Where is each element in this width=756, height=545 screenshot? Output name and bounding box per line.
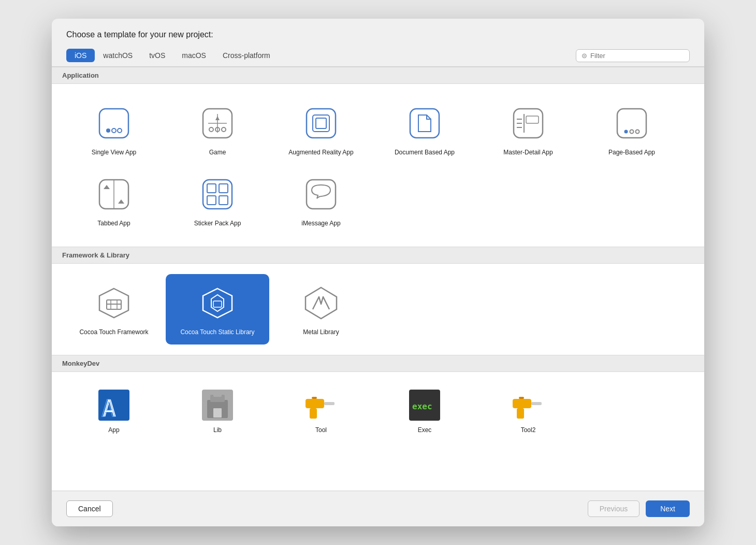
next-button[interactable]: Next — [646, 500, 690, 517]
template-chooser-dialog: Choose a template for your new project: … — [52, 19, 704, 526]
single-view-app-label: Single View App — [92, 148, 137, 157]
template-imessage-app[interactable]: iMessage App — [269, 165, 373, 236]
svg-rect-32 — [207, 196, 216, 205]
svg-text:A: A — [101, 395, 115, 421]
page-based-app-label: Page-Based App — [608, 148, 655, 157]
monkeydev-tool2-label: Tool2 — [521, 426, 536, 435]
monkeydev-tool2-icon — [512, 389, 545, 422]
svg-rect-34 — [307, 180, 336, 209]
svg-marker-40 — [203, 289, 232, 318]
section-application: Application — [52, 67, 704, 84]
monkeydev-lib-icon — [201, 389, 234, 422]
section-monkeydev: MonkeyDev — [52, 355, 704, 372]
svg-rect-51 — [306, 399, 324, 408]
monkeydev-tool1-label: Tool — [315, 426, 327, 435]
footer-right: Previous Next — [588, 500, 690, 517]
filter-icon: ⊜ — [581, 52, 587, 60]
monkeydev-app-label: App — [108, 426, 119, 435]
document-app-icon — [404, 103, 445, 144]
ar-app-label: Augmented Reality App — [288, 148, 353, 157]
tab-bar: iOS watchOS tvOS macOS Cross-platform ⊜ — [52, 45, 704, 67]
svg-point-24 — [636, 130, 639, 134]
tab-tvos[interactable]: tvOS — [141, 49, 173, 62]
template-sticker-pack[interactable]: Sticker Pack App — [166, 165, 269, 236]
tab-ios[interactable]: iOS — [66, 49, 95, 62]
template-metal-library[interactable]: Metal Library — [269, 274, 373, 345]
svg-marker-28 — [118, 199, 124, 204]
svg-marker-35 — [99, 289, 128, 318]
section-framework: Framework & Library — [52, 247, 704, 264]
template-single-view-app[interactable]: Single View App — [62, 94, 166, 165]
svg-point-8 — [209, 127, 213, 132]
svg-rect-20 — [526, 116, 539, 123]
ar-app-icon — [300, 103, 342, 144]
game-icon — [197, 103, 238, 144]
monkeydev-tool1[interactable]: Tool — [269, 380, 373, 443]
monkeydev-tool2[interactable]: Tool2 — [476, 380, 580, 443]
previous-button[interactable]: Previous — [588, 500, 639, 517]
section-application-label: Application — [62, 71, 99, 79]
monkeydev-grid: A A App Lib — [52, 372, 704, 451]
dialog-header: Choose a template for your new project: — [52, 19, 704, 45]
filter-input[interactable] — [590, 52, 684, 60]
imessage-app-label: iMessage App — [301, 219, 340, 228]
metal-library-label: Metal Library — [303, 328, 339, 337]
template-page-based-app[interactable]: Page-Based App — [580, 94, 684, 165]
content-area: Application Single View App — [52, 67, 704, 491]
svg-text:exec: exec — [412, 401, 432, 411]
monkeydev-exec[interactable]: exec Exec — [373, 380, 476, 443]
monkeydev-app-icon: A A — [97, 389, 130, 422]
monkeydev-tool1-icon — [304, 389, 338, 422]
sticker-pack-icon — [197, 174, 238, 215]
filter-box[interactable]: ⊜ — [576, 49, 690, 62]
cocoa-touch-static-library-icon — [197, 282, 238, 324]
svg-point-1 — [106, 128, 110, 133]
section-monkeydev-label: MonkeyDev — [62, 360, 99, 367]
metal-library-icon — [300, 282, 342, 324]
template-cocoa-touch-framework[interactable]: Cocoa Touch Framework — [62, 274, 166, 345]
monkeydev-lib[interactable]: Lib — [166, 380, 269, 443]
svg-rect-53 — [310, 408, 317, 419]
template-tabbed-app[interactable]: Tabbed App — [62, 165, 166, 236]
svg-rect-52 — [324, 402, 335, 405]
tab-watchos[interactable]: watchOS — [95, 49, 141, 62]
single-view-app-icon — [93, 103, 135, 144]
document-app-label: Document Based App — [395, 148, 455, 157]
template-master-detail-app[interactable]: Master-Detail App — [476, 94, 580, 165]
monkeydev-app[interactable]: A A App — [62, 380, 166, 443]
section-framework-label: Framework & Library — [62, 251, 129, 259]
svg-rect-57 — [513, 399, 531, 408]
tabbed-app-label: Tabbed App — [97, 219, 130, 228]
monkeydev-lib-label: Lib — [213, 426, 222, 435]
imessage-app-icon — [300, 174, 342, 215]
template-cocoa-touch-static-library[interactable]: Cocoa Touch Static Library — [166, 274, 269, 345]
cancel-button[interactable]: Cancel — [66, 500, 113, 517]
svg-point-22 — [624, 130, 628, 134]
master-detail-app-label: Master-Detail App — [503, 148, 553, 157]
svg-rect-31 — [219, 184, 228, 193]
svg-rect-11 — [307, 109, 336, 138]
svg-point-10 — [222, 127, 226, 132]
cocoa-touch-framework-icon — [93, 282, 135, 324]
page-based-app-icon — [611, 103, 652, 144]
template-ar-app[interactable]: Augmented Reality App — [269, 94, 373, 165]
framework-grid: Cocoa Touch Framework Cocoa Touch Static… — [52, 264, 704, 355]
tab-crossplatform[interactable]: Cross-platform — [214, 49, 279, 62]
svg-marker-27 — [104, 185, 110, 189]
svg-rect-14 — [410, 109, 439, 138]
svg-point-23 — [630, 130, 634, 134]
application-grid: Single View App Game — [52, 84, 704, 247]
footer: Cancel Previous Next — [52, 491, 704, 526]
dialog-title: Choose a template for your new project: — [66, 30, 213, 39]
template-game[interactable]: Game — [166, 94, 269, 165]
tab-macos[interactable]: macOS — [173, 49, 214, 62]
svg-rect-13 — [316, 118, 326, 128]
template-document-app[interactable]: Document Based App — [373, 94, 476, 165]
svg-rect-49 — [213, 392, 222, 397]
svg-marker-7 — [215, 116, 220, 120]
svg-point-3 — [118, 128, 122, 133]
svg-rect-58 — [531, 402, 542, 405]
master-detail-app-icon — [507, 103, 549, 144]
svg-rect-33 — [219, 196, 228, 205]
cocoa-touch-framework-label: Cocoa Touch Framework — [79, 328, 148, 337]
